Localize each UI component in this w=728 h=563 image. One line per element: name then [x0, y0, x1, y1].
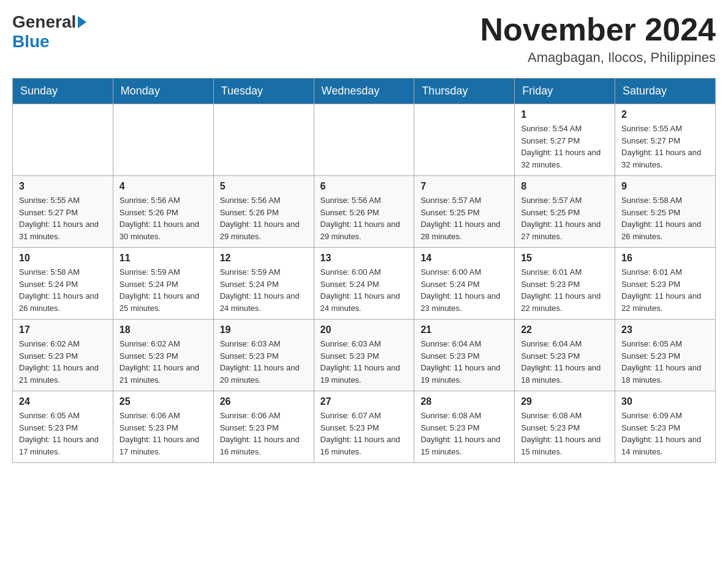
day-number: 19 — [220, 324, 308, 335]
week-row-2: 3Sunrise: 5:55 AM Sunset: 5:27 PM Daylig… — [13, 176, 716, 248]
day-number: 1 — [521, 109, 609, 120]
day-cell: 12Sunrise: 5:59 AM Sunset: 5:24 PM Dayli… — [213, 248, 314, 320]
day-number: 8 — [521, 181, 609, 192]
day-cell — [213, 104, 314, 176]
day-cell: 29Sunrise: 6:08 AM Sunset: 5:23 PM Dayli… — [515, 391, 615, 463]
day-info: Sunrise: 6:07 AM Sunset: 5:23 PM Dayligh… — [320, 410, 408, 458]
day-info: Sunrise: 6:03 AM Sunset: 5:23 PM Dayligh… — [220, 338, 308, 386]
day-info: Sunrise: 5:59 AM Sunset: 5:24 PM Dayligh… — [220, 266, 308, 314]
day-info: Sunrise: 6:04 AM Sunset: 5:23 PM Dayligh… — [420, 338, 508, 386]
day-number: 24 — [19, 396, 107, 407]
week-row-4: 17Sunrise: 6:02 AM Sunset: 5:23 PM Dayli… — [13, 320, 716, 391]
logo-general: General — [12, 12, 86, 32]
day-cell: 1Sunrise: 5:54 AM Sunset: 5:27 PM Daylig… — [515, 104, 615, 176]
day-number: 16 — [621, 253, 709, 264]
day-info: Sunrise: 6:05 AM Sunset: 5:23 PM Dayligh… — [19, 410, 107, 458]
day-info: Sunrise: 5:55 AM Sunset: 5:27 PM Dayligh… — [621, 123, 709, 170]
day-info: Sunrise: 6:04 AM Sunset: 5:23 PM Dayligh… — [521, 338, 609, 386]
day-info: Sunrise: 6:03 AM Sunset: 5:23 PM Dayligh… — [320, 338, 408, 386]
day-info: Sunrise: 5:54 AM Sunset: 5:27 PM Dayligh… — [521, 123, 609, 170]
day-number: 23 — [621, 324, 709, 335]
day-of-week-friday: Friday — [515, 79, 615, 104]
days-of-week-row: SundayMondayTuesdayWednesdayThursdayFrid… — [13, 79, 716, 104]
calendar-header: SundayMondayTuesdayWednesdayThursdayFrid… — [13, 79, 716, 104]
day-info: Sunrise: 5:57 AM Sunset: 5:25 PM Dayligh… — [420, 194, 508, 242]
day-number: 27 — [320, 396, 408, 407]
day-cell: 24Sunrise: 6:05 AM Sunset: 5:23 PM Dayli… — [13, 391, 113, 463]
day-number: 30 — [621, 396, 709, 407]
logo-arrow-icon — [78, 16, 86, 28]
day-info: Sunrise: 6:02 AM Sunset: 5:23 PM Dayligh… — [119, 338, 207, 386]
day-number: 22 — [521, 324, 609, 335]
title-area: November 2024 Amagbagan, Ilocos, Philipp… — [480, 12, 716, 66]
day-cell: 15Sunrise: 6:01 AM Sunset: 5:23 PM Dayli… — [515, 248, 615, 320]
day-number: 7 — [420, 181, 508, 192]
day-cell: 21Sunrise: 6:04 AM Sunset: 5:23 PM Dayli… — [414, 320, 515, 391]
calendar-body: 1Sunrise: 5:54 AM Sunset: 5:27 PM Daylig… — [13, 104, 716, 463]
day-cell: 27Sunrise: 6:07 AM Sunset: 5:23 PM Dayli… — [314, 391, 414, 463]
day-info: Sunrise: 6:00 AM Sunset: 5:24 PM Dayligh… — [420, 266, 508, 314]
day-cell: 16Sunrise: 6:01 AM Sunset: 5:23 PM Dayli… — [615, 248, 716, 320]
day-cell: 20Sunrise: 6:03 AM Sunset: 5:23 PM Dayli… — [314, 320, 414, 391]
day-number: 15 — [521, 253, 609, 264]
day-info: Sunrise: 6:05 AM Sunset: 5:23 PM Dayligh… — [621, 338, 709, 386]
day-number: 21 — [420, 324, 508, 335]
day-cell: 13Sunrise: 6:00 AM Sunset: 5:24 PM Dayli… — [314, 248, 414, 320]
day-cell — [414, 104, 515, 176]
week-row-5: 24Sunrise: 6:05 AM Sunset: 5:23 PM Dayli… — [13, 391, 716, 463]
logo-general-text: General — [12, 12, 76, 32]
day-number: 6 — [320, 181, 408, 192]
day-info: Sunrise: 6:06 AM Sunset: 5:23 PM Dayligh… — [119, 410, 207, 458]
day-number: 17 — [19, 324, 107, 335]
day-number: 11 — [119, 253, 207, 264]
day-cell: 9Sunrise: 5:58 AM Sunset: 5:25 PM Daylig… — [615, 176, 716, 248]
day-info: Sunrise: 6:00 AM Sunset: 5:24 PM Dayligh… — [320, 266, 408, 314]
day-of-week-monday: Monday — [113, 79, 213, 104]
day-cell — [13, 104, 113, 176]
day-number: 9 — [621, 181, 709, 192]
day-of-week-thursday: Thursday — [414, 79, 515, 104]
day-cell: 18Sunrise: 6:02 AM Sunset: 5:23 PM Dayli… — [113, 320, 213, 391]
day-info: Sunrise: 6:08 AM Sunset: 5:23 PM Dayligh… — [521, 410, 609, 458]
day-number: 29 — [521, 396, 609, 407]
day-cell — [314, 104, 414, 176]
day-info: Sunrise: 5:55 AM Sunset: 5:27 PM Dayligh… — [19, 194, 107, 242]
day-number: 12 — [220, 253, 308, 264]
day-number: 4 — [119, 181, 207, 192]
week-row-3: 10Sunrise: 5:58 AM Sunset: 5:24 PM Dayli… — [13, 248, 716, 320]
day-cell: 3Sunrise: 5:55 AM Sunset: 5:27 PM Daylig… — [13, 176, 113, 248]
day-cell: 22Sunrise: 6:04 AM Sunset: 5:23 PM Dayli… — [515, 320, 615, 391]
day-info: Sunrise: 6:01 AM Sunset: 5:23 PM Dayligh… — [521, 266, 609, 314]
day-info: Sunrise: 6:06 AM Sunset: 5:23 PM Dayligh… — [220, 410, 308, 458]
day-number: 14 — [420, 253, 508, 264]
day-cell: 8Sunrise: 5:57 AM Sunset: 5:25 PM Daylig… — [515, 176, 615, 248]
day-cell: 26Sunrise: 6:06 AM Sunset: 5:23 PM Dayli… — [213, 391, 314, 463]
day-of-week-saturday: Saturday — [615, 79, 716, 104]
day-info: Sunrise: 5:58 AM Sunset: 5:24 PM Dayligh… — [19, 266, 107, 314]
day-of-week-wednesday: Wednesday — [314, 79, 414, 104]
day-cell: 19Sunrise: 6:03 AM Sunset: 5:23 PM Dayli… — [213, 320, 314, 391]
day-number: 26 — [220, 396, 308, 407]
day-number: 18 — [119, 324, 207, 335]
day-info: Sunrise: 5:59 AM Sunset: 5:24 PM Dayligh… — [119, 266, 207, 314]
day-number: 13 — [320, 253, 408, 264]
day-info: Sunrise: 5:56 AM Sunset: 5:26 PM Dayligh… — [320, 194, 408, 242]
day-cell: 4Sunrise: 5:56 AM Sunset: 5:26 PM Daylig… — [113, 176, 213, 248]
day-cell: 14Sunrise: 6:00 AM Sunset: 5:24 PM Dayli… — [414, 248, 515, 320]
logo: General Blue — [12, 12, 86, 52]
day-cell: 2Sunrise: 5:55 AM Sunset: 5:27 PM Daylig… — [615, 104, 716, 176]
week-row-1: 1Sunrise: 5:54 AM Sunset: 5:27 PM Daylig… — [13, 104, 716, 176]
month-title: November 2024 — [480, 12, 716, 47]
day-number: 28 — [420, 396, 508, 407]
day-of-week-tuesday: Tuesday — [213, 79, 314, 104]
day-cell: 17Sunrise: 6:02 AM Sunset: 5:23 PM Dayli… — [13, 320, 113, 391]
day-info: Sunrise: 6:09 AM Sunset: 5:23 PM Dayligh… — [621, 410, 709, 458]
day-of-week-sunday: Sunday — [13, 79, 113, 104]
day-cell — [113, 104, 213, 176]
day-number: 2 — [621, 109, 709, 120]
day-info: Sunrise: 5:56 AM Sunset: 5:26 PM Dayligh… — [119, 194, 207, 242]
day-info: Sunrise: 6:01 AM Sunset: 5:23 PM Dayligh… — [621, 266, 709, 314]
day-cell: 7Sunrise: 5:57 AM Sunset: 5:25 PM Daylig… — [414, 176, 515, 248]
day-number: 3 — [19, 181, 107, 192]
day-cell: 25Sunrise: 6:06 AM Sunset: 5:23 PM Dayli… — [113, 391, 213, 463]
